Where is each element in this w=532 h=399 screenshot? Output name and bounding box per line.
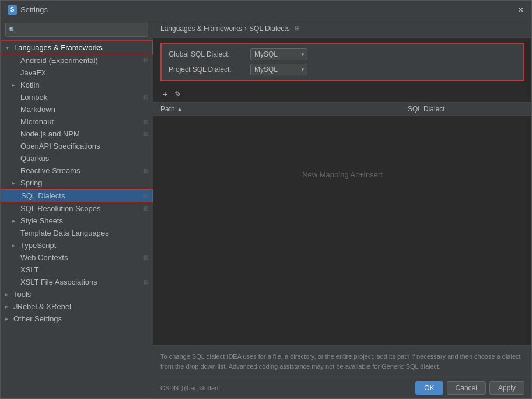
no-arrow (12, 254, 20, 261)
sidebar-item-label: Markdown (20, 105, 148, 114)
sidebar-item-reactive-streams[interactable]: Reactive Streams ⊞ (1, 164, 153, 177)
sidebar-item-markdown[interactable]: Markdown (1, 103, 153, 116)
sidebar-item-jrebel[interactable]: ▸ JRebel & XRebel (1, 300, 153, 313)
sidebar-item-template-data[interactable]: Template Data Languages (1, 227, 153, 239)
sidebar-item-label: Micronaut (20, 117, 144, 126)
main-content: ▾ Languages & Frameworks Android (Experi… (1, 19, 531, 398)
sidebar-item-micronaut[interactable]: Micronaut ⊞ (1, 116, 153, 128)
sidebar-tree: ▾ Languages & Frameworks Android (Experi… (1, 41, 153, 398)
global-dialect-select[interactable]: MySQL PostgreSQL SQLite Oracle Generic S… (250, 48, 307, 60)
project-dialect-wrapper: MySQL PostgreSQL SQLite Oracle Generic S… (250, 64, 307, 75)
sidebar-item-label: XSLT File Associations (20, 278, 144, 286)
no-arrow (12, 143, 20, 149)
bottom-info: To change SQL dialect IDEA uses for a fi… (153, 345, 531, 377)
watermark: CSDN @bai_student (160, 384, 220, 391)
sidebar-item-label: XSLT (20, 265, 148, 274)
no-arrow (12, 267, 20, 273)
add-mapping-button[interactable]: + (160, 88, 170, 100)
ok-button[interactable]: OK (415, 381, 443, 395)
breadcrumb-part1: Languages & Frameworks (160, 24, 242, 33)
sidebar-item-label: Android (Experimental) (20, 56, 144, 65)
sidebar-item-label: SQL Resolution Scopes (20, 204, 144, 213)
table-toolbar: + ✎ (153, 86, 531, 103)
item-settings-icon: ⊞ (144, 94, 148, 100)
no-arrow (12, 106, 20, 113)
search-input[interactable] (5, 23, 148, 37)
expand-arrow: ▸ (12, 242, 20, 249)
table-empty-state: New Mapping Alt+Insert (153, 116, 531, 233)
sidebar-item-style-sheets[interactable]: ▸ Style Sheets (1, 215, 153, 227)
expand-arrow: ▸ (12, 180, 20, 186)
sidebar-item-label: Spring (20, 178, 148, 187)
sidebar-item-label: JavaFX (20, 68, 148, 77)
no-arrow (12, 205, 20, 212)
sidebar-item-sql-dialects[interactable]: SQL Dialects ⊞ (1, 189, 153, 202)
main-panel: Languages & Frameworks › SQL Dialects ⊞ … (153, 19, 531, 398)
sidebar-item-label: Template Data Languages (20, 229, 148, 237)
sidebar-item-label: Languages & Frameworks (14, 43, 148, 52)
sidebar-item-label: Other Settings (13, 314, 148, 323)
sidebar-item-quarkus[interactable]: Quarkus (1, 152, 153, 164)
no-arrow (12, 279, 20, 285)
expand-arrow: ▸ (12, 218, 20, 224)
no-arrow (12, 230, 20, 236)
sort-arrow-icon: ▲ (177, 106, 183, 112)
expand-arrow: ▸ (5, 291, 13, 298)
cancel-button[interactable]: Cancel (447, 381, 486, 395)
sidebar-item-nodejs[interactable]: Node.js and NPM ⊞ (1, 128, 153, 140)
sidebar-item-typescript[interactable]: ▸ TypeScript (1, 239, 153, 251)
title-bar: S Settings ✕ (1, 1, 531, 19)
dialect-section: Global SQL Dialect: MySQL PostgreSQL SQL… (160, 43, 524, 81)
search-bar (1, 19, 153, 41)
edit-button[interactable]: ✎ (172, 88, 184, 100)
sidebar-item-tools[interactable]: ▸ Tools (1, 288, 153, 300)
sidebar-item-xslt-file[interactable]: XSLT File Associations ⊞ (1, 276, 153, 288)
expand-arrow: ▾ (6, 44, 14, 51)
item-settings-icon: ⊞ (144, 118, 148, 125)
sidebar-item-label: Web Contexts (20, 253, 144, 262)
sidebar-item-label: Style Sheets (20, 216, 148, 225)
sidebar-item-label: SQL Dialects (21, 191, 143, 200)
sidebar-item-javafx[interactable]: JavaFX (1, 66, 153, 79)
sidebar-item-openapi[interactable]: OpenAPI Specifications (1, 140, 153, 152)
breadcrumb: Languages & Frameworks › SQL Dialects ⊞ (153, 19, 531, 38)
breadcrumb-part2: SQL Dialects (249, 24, 290, 33)
sidebar-item-web-contexts[interactable]: Web Contexts ⊞ (1, 251, 153, 264)
sidebar-item-label: Lombok (20, 93, 144, 102)
action-bar: CSDN @bai_student OK Cancel Apply (153, 377, 531, 398)
sidebar-item-xslt[interactable]: XSLT (1, 264, 153, 276)
sidebar-item-kotlin[interactable]: ▸ Kotlin (1, 79, 153, 91)
global-dialect-wrapper: MySQL PostgreSQL SQLite Oracle Generic S… (250, 48, 307, 60)
sidebar-item-sql-resolution[interactable]: SQL Resolution Scopes ⊞ (1, 202, 153, 215)
item-settings-icon: ⊞ (144, 131, 148, 137)
path-table: Path ▲ SQL Dialect New Mapping Alt+Inser… (153, 103, 531, 345)
window-title: Settings (20, 5, 48, 14)
app-icon: S (8, 5, 17, 15)
sidebar-item-spring[interactable]: ▸ Spring (1, 177, 153, 189)
panel-content: Global SQL Dialect: MySQL PostgreSQL SQL… (153, 38, 531, 377)
item-settings-icon: ⊞ (143, 192, 148, 199)
sidebar-item-lombok[interactable]: Lombok ⊞ (1, 91, 153, 103)
sidebar-item-other-settings[interactable]: ▸ Other Settings (1, 313, 153, 325)
breadcrumb-icon: ⊞ (295, 25, 299, 32)
no-arrow (12, 131, 20, 137)
no-arrow (12, 118, 20, 125)
no-arrow (12, 167, 20, 174)
sidebar: ▾ Languages & Frameworks Android (Experi… (1, 19, 153, 398)
no-arrow (12, 94, 20, 100)
settings-window: S Settings ✕ ▾ Languages & Frameworks (0, 0, 532, 399)
close-button[interactable]: ✕ (517, 6, 524, 14)
item-settings-icon: ⊞ (144, 57, 148, 64)
sidebar-item-label: Reactive Streams (20, 166, 144, 175)
sidebar-item-languages-frameworks[interactable]: ▾ Languages & Frameworks (1, 41, 153, 54)
sidebar-item-android[interactable]: Android (Experimental) ⊞ (1, 54, 153, 66)
item-settings-icon: ⊞ (144, 279, 148, 285)
table-header: Path ▲ SQL Dialect (153, 103, 531, 116)
expand-arrow: ▸ (5, 316, 13, 322)
sidebar-item-label: JRebel & XRebel (13, 302, 148, 311)
no-arrow (12, 155, 20, 162)
apply-button[interactable]: Apply (489, 381, 524, 395)
project-dialect-select[interactable]: MySQL PostgreSQL SQLite Oracle Generic S… (250, 64, 307, 75)
sidebar-item-label: OpenAPI Specifications (20, 142, 148, 150)
breadcrumb-separator: › (244, 24, 247, 33)
